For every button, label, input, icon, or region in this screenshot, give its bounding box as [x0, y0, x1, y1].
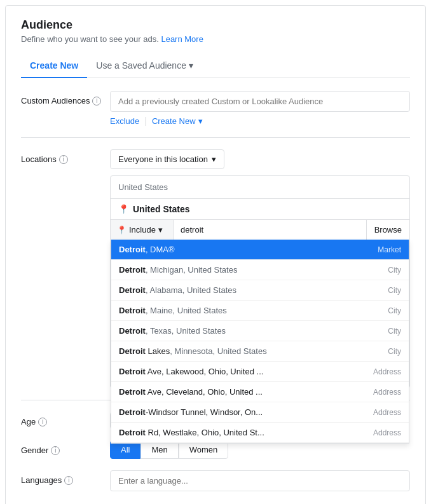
- chevron-down-icon: ▾: [198, 116, 203, 126]
- custom-audiences-label: Custom Audiences i: [21, 91, 110, 106]
- search-row: 📍 Include ▾ Browse Detroit, DMA®MarketDe…: [111, 220, 409, 240]
- chevron-down-icon: ▾: [212, 154, 216, 164]
- suggestion-dropdown: Detroit, DMA®MarketDetroit, Michigan, Un…: [111, 240, 409, 444]
- custom-audiences-row: Custom Audiences i Exclude | Create New …: [21, 91, 410, 126]
- pin-icon-small: 📍: [117, 226, 127, 235]
- suggestion-item[interactable]: Detroit, DMA®Market: [111, 240, 409, 260]
- suggestion-item[interactable]: Detroit, Maine, United StatesCity: [111, 301, 409, 321]
- page-title: Audience: [21, 18, 410, 32]
- location-tag: 📍 United States: [111, 199, 409, 220]
- location-country-header: United States: [111, 176, 409, 199]
- age-label: Age i: [21, 412, 110, 426]
- suggestion-item[interactable]: Detroit Ave, Cleveland, Ohio, United ...…: [111, 382, 409, 402]
- locations-content: Everyone in this location ▾ United State…: [110, 149, 410, 388]
- suggestion-item[interactable]: Detroit Ave, Lakewood, Ohio, United ...A…: [111, 362, 409, 382]
- location-type-dropdown[interactable]: Everyone in this location ▾: [110, 149, 224, 169]
- gender-info-icon[interactable]: i: [51, 446, 60, 455]
- location-box: United States 📍 United States 📍 Include …: [110, 175, 410, 388]
- custom-audiences-links: Exclude | Create New ▾: [110, 116, 410, 126]
- pin-icon: 📍: [118, 204, 129, 214]
- tab-use-saved[interactable]: Use a Saved Audience ▾: [87, 54, 202, 78]
- suggestion-item[interactable]: Detroit Rd, Westlake, Ohio, United St...…: [111, 423, 409, 443]
- suggestion-item[interactable]: Detroit Lakes, Minnesota, United StatesC…: [111, 341, 409, 362]
- custom-audiences-info-icon[interactable]: i: [92, 97, 101, 106]
- languages-content: [110, 470, 410, 491]
- locations-label: Locations i: [21, 149, 110, 164]
- suggestion-item[interactable]: Detroit-Windsor Tunnel, Windsor, On...Ad…: [111, 402, 409, 423]
- languages-row: Languages i: [21, 470, 410, 491]
- audience-panel: Audience Define who you want to see your…: [5, 5, 426, 504]
- section-divider: [21, 137, 410, 138]
- suggestion-item[interactable]: Detroit, Alabama, United StatesCity: [111, 280, 409, 301]
- languages-input[interactable]: [110, 470, 410, 491]
- browse-button[interactable]: Browse: [366, 220, 409, 240]
- locations-row: Locations i Everyone in this location ▾ …: [21, 149, 410, 388]
- languages-label: Languages i: [21, 470, 110, 485]
- gender-label: Gender i: [21, 440, 110, 455]
- custom-audiences-content: Exclude | Create New ▾: [110, 91, 410, 126]
- tab-create-new[interactable]: Create New: [21, 54, 87, 78]
- chevron-down-icon: ▾: [158, 225, 163, 235]
- audience-header: Audience Define who you want to see your…: [21, 18, 410, 44]
- tabs-bar: Create New Use a Saved Audience ▾: [21, 54, 410, 78]
- create-new-dropdown[interactable]: Create New ▾: [152, 116, 203, 126]
- location-search-input[interactable]: [174, 220, 366, 240]
- learn-more-link[interactable]: Learn More: [161, 34, 203, 44]
- chevron-down-icon: ▾: [189, 60, 193, 71]
- exclude-link[interactable]: Exclude: [110, 116, 139, 126]
- suggestion-item[interactable]: Detroit, Texas, United StatesCity: [111, 321, 409, 341]
- page-subtitle: Define who you want to see your ads. Lea…: [21, 34, 410, 44]
- include-dropdown[interactable]: 📍 Include ▾: [111, 220, 174, 240]
- languages-info-icon[interactable]: i: [64, 476, 73, 485]
- locations-info-icon[interactable]: i: [59, 155, 68, 164]
- custom-audiences-input[interactable]: [110, 91, 410, 112]
- age-info-icon[interactable]: i: [38, 418, 47, 426]
- suggestion-item[interactable]: Detroit, Michigan, United StatesCity: [111, 260, 409, 280]
